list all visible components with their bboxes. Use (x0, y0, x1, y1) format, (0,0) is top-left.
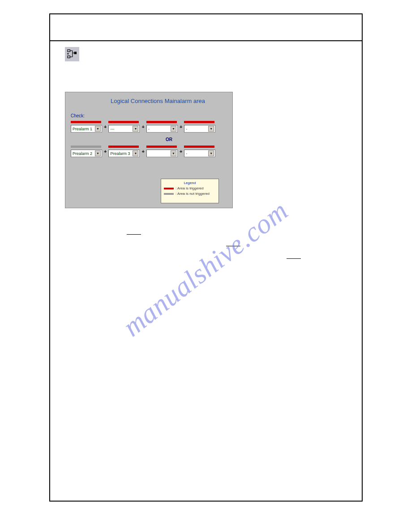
check-label: Check: (71, 113, 230, 118)
divider-line (287, 258, 301, 259)
chevron-down-icon: ▼ (171, 150, 176, 156)
slot-2-1: Prealarm 2 ▼ (71, 146, 102, 157)
slot-1-2: --- ▼ (108, 121, 140, 133)
plus-operator: + (180, 149, 182, 154)
divider-line (226, 246, 240, 246)
svg-rect-0 (68, 50, 70, 52)
prealarm-select-2-3[interactable]: ▼ (146, 150, 178, 157)
chevron-down-icon: ▼ (208, 126, 214, 132)
chevron-down-icon: ▼ (95, 150, 101, 156)
slot-2-4: - ▼ (184, 146, 215, 157)
logic-connections-icon (65, 47, 79, 61)
svg-rect-2 (74, 52, 77, 55)
slot-1-3: - ▼ (146, 121, 178, 133)
condition-row-2: Prealarm 2 ▼ + Prealarm 3 ▼ + ▼ + - ▼ (71, 146, 227, 157)
plus-operator: + (104, 124, 107, 129)
status-bar (71, 121, 101, 123)
status-bar (108, 121, 139, 123)
plus-operator: + (104, 149, 107, 154)
select-value: Prealarm 2 (73, 151, 92, 156)
select-value: --- (110, 127, 114, 131)
svg-rect-1 (68, 56, 70, 58)
prealarm-select-2-1[interactable]: Prealarm 2 ▼ (71, 150, 102, 157)
prealarm-select-1-1[interactable]: Prealarm 1 ▼ (71, 125, 102, 133)
prealarm-select-1-2[interactable]: --- ▼ (108, 125, 140, 133)
chevron-down-icon: ▼ (133, 150, 138, 156)
chevron-down-icon: ▼ (208, 150, 214, 156)
condition-row-1: Prealarm 1 ▼ + --- ▼ + - ▼ + - ▼ (71, 121, 227, 133)
status-bar (108, 146, 139, 148)
slot-1-1: Prealarm 1 ▼ (71, 121, 102, 133)
slot-1-4: - ▼ (184, 121, 215, 133)
logical-connections-panel: Logical Connections Mainalarm area Check… (65, 92, 233, 208)
legend-swatch-red (164, 188, 174, 189)
legend-row-not-triggered: : Area is not triggered (164, 192, 216, 196)
legend-text: : Area is not triggered (176, 192, 210, 196)
select-value: - (148, 127, 150, 131)
panel-title: Logical Connections Mainalarm area (86, 98, 230, 104)
chevron-down-icon: ▼ (95, 126, 101, 132)
or-label: OR (108, 137, 230, 142)
status-bar (184, 146, 214, 148)
plus-operator: + (141, 149, 144, 154)
status-bar (146, 146, 177, 148)
legend-row-triggered: : Area is triggered (164, 186, 216, 190)
plus-operator: + (141, 124, 144, 129)
select-value: - (186, 127, 187, 131)
legend-swatch-grey (164, 193, 174, 195)
select-value: Prealarm 3 (110, 151, 130, 156)
prealarm-select-1-3[interactable]: - ▼ (146, 125, 178, 133)
status-bar (71, 146, 101, 148)
prealarm-select-2-2[interactable]: Prealarm 3 ▼ (108, 150, 140, 157)
chevron-down-icon: ▼ (171, 126, 176, 132)
status-bar (184, 121, 214, 123)
legend-title: Legend (164, 181, 216, 185)
select-value: Prealarm 1 (73, 127, 92, 131)
legend-box: Legend : Area is triggered : Area is not… (161, 179, 219, 203)
slot-2-3: ▼ (146, 146, 178, 157)
prealarm-select-2-4[interactable]: - ▼ (184, 150, 215, 157)
legend-text: : Area is triggered (176, 186, 204, 190)
page-border (49, 13, 363, 502)
select-value: - (186, 151, 187, 156)
chevron-down-icon: ▼ (133, 126, 138, 132)
divider-line (127, 234, 141, 235)
status-bar (146, 121, 177, 123)
prealarm-select-1-4[interactable]: - ▼ (184, 125, 215, 133)
plus-operator: + (180, 124, 182, 129)
header-rule (49, 40, 363, 41)
slot-2-2: Prealarm 3 ▼ (108, 146, 140, 157)
